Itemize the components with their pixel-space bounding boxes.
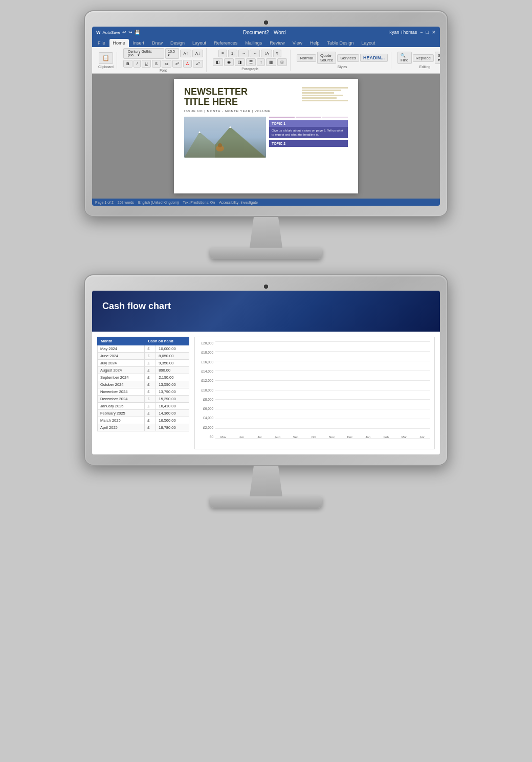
word-page[interactable]: NEWSLETTER TITLE HERE ISSUE NO | MONTH -… — [174, 79, 358, 193]
replace-button[interactable]: Replace — [413, 54, 434, 62]
style-quote[interactable]: Quote Source — [317, 52, 336, 64]
ribbon-group-styles: Normal Quote Source Services HEADIN... S… — [294, 52, 391, 69]
align-center-button[interactable]: ◉ — [224, 58, 234, 66]
styles-label: Styles — [338, 65, 347, 69]
shading-button[interactable]: ▦ — [266, 58, 276, 66]
paragraph-label: Paragraph — [241, 67, 258, 71]
underline-button[interactable]: U — [142, 60, 151, 68]
justify-button[interactable]: ☰ — [246, 58, 256, 66]
tab-references[interactable]: References — [210, 39, 241, 47]
tab-draw[interactable]: Draw — [148, 39, 166, 47]
clipboard-icons: 📋 — [99, 52, 113, 64]
chart-bar-group: Jul — [252, 434, 268, 439]
cashflow-table: Month Cash on hand May 2024£10,000.00Jun… — [97, 337, 189, 431]
monitor-screen-excel: Cash flow chart Month Cash on hand — [92, 291, 440, 454]
chart-bar-group: Jan — [360, 434, 376, 439]
save-icon[interactable]: 💾 — [135, 30, 140, 35]
font-format-icons: B I U S x₂ x² A 🖊 — [123, 60, 203, 68]
monitor-stand-base-top — [210, 248, 322, 259]
ribbon-group-clipboard: 📋 Clipboard — [95, 52, 117, 69]
tab-layout[interactable]: Layout — [189, 39, 210, 47]
monitor-stand-neck-top — [246, 217, 286, 248]
monitor-top: W AutoSave ↩ ↪ 💾 Document2 - Word Ryan T… — [84, 10, 448, 259]
close-button[interactable]: ✕ — [432, 30, 436, 35]
subscript-button[interactable]: x₂ — [162, 60, 171, 68]
ribbon-content: 📋 Clipboard Century Gothic (Bo... ▾ 10.5… — [92, 47, 440, 74]
y-label: £20,000 — [195, 341, 213, 345]
paste-button[interactable]: 📋 — [99, 52, 113, 64]
borders-button[interactable]: ⊞ — [277, 58, 287, 66]
y-label: £8,000 — [195, 398, 213, 401]
find-button[interactable]: 🔍 Find — [397, 52, 412, 64]
strikethrough-button[interactable]: S — [152, 60, 161, 68]
style-heading[interactable]: HEADIN... — [360, 54, 388, 62]
redo-icon[interactable]: ↪ — [128, 30, 132, 35]
ribbon-group-font: Century Gothic (Bo... ▾ 10.5 ▾ A↑ A↓ B I… — [120, 48, 207, 72]
topic-section: TOPIC 1 Give us a blurb about a story on… — [269, 117, 348, 158]
italic-button[interactable]: I — [134, 60, 141, 68]
tab-home[interactable]: Home — [109, 39, 129, 47]
style-services[interactable]: Services — [337, 54, 359, 62]
highlight-button[interactable]: 🖊 — [193, 60, 203, 68]
tab-view[interactable]: View — [289, 39, 306, 47]
titlebar-left: W AutoSave ↩ ↪ 💾 — [96, 30, 140, 35]
sort-button[interactable]: ↕A — [261, 50, 272, 57]
monitor-stand-base-bottom — [210, 496, 322, 508]
chart-bar-group: Mar — [396, 434, 412, 439]
titlebar-right: Ryan Thomas − □ ✕ — [388, 30, 436, 35]
word-application: W AutoSave ↩ ↪ 💾 Document2 - Word Ryan T… — [92, 27, 440, 206]
col-month: Month — [98, 337, 145, 345]
topic1-header: TOPIC 1 — [269, 120, 348, 127]
chart-bar-group: May — [215, 434, 231, 439]
superscript-button[interactable]: x² — [172, 60, 182, 68]
tab-insert[interactable]: Insert — [129, 39, 148, 47]
chart-bar-group: Dec — [342, 434, 358, 439]
topic1-text: Give us a blurb about a story on page 2.… — [269, 127, 348, 139]
topic2-header: TOPIC 2 — [269, 140, 348, 147]
tab-mailings[interactable]: Mailings — [241, 39, 265, 47]
paragraph-icons: ≡ 1. → ← ↕A ¶ — [218, 50, 281, 57]
x-label: Jun — [239, 436, 244, 439]
font-shrink-button[interactable]: A↓ — [192, 50, 203, 57]
show-formatting-button[interactable]: ¶ — [273, 50, 281, 57]
style-normal[interactable]: Normal — [297, 54, 316, 62]
y-label: £10,000 — [195, 388, 213, 392]
select-button[interactable]: Select ▾ — [435, 52, 440, 64]
text-color-button[interactable]: A — [183, 60, 192, 68]
status-text-predictions: Text Predictions: On — [183, 201, 215, 204]
numbering-button[interactable]: 1. — [228, 50, 238, 57]
align-right-button[interactable]: ◨ — [235, 58, 245, 66]
x-label: Jul — [257, 436, 261, 439]
x-label: Oct — [312, 436, 316, 439]
word-ribbon: File Home Insert Draw Design Layout Refe… — [92, 38, 440, 74]
undo-icon[interactable]: ↩ — [122, 30, 126, 35]
table-row: October 2024£13,590.00 — [98, 381, 189, 388]
editing-label: Editing — [419, 65, 430, 69]
maximize-button[interactable]: □ — [426, 30, 429, 35]
tab-design[interactable]: Design — [167, 39, 188, 47]
font-size-selector[interactable]: 10.5 ▾ — [165, 48, 179, 59]
font-grow-button[interactable]: A↑ — [180, 50, 191, 57]
tab-layout2[interactable]: Layout — [358, 39, 379, 47]
minimize-button[interactable]: − — [420, 30, 423, 35]
table-row: April 2025£18,780.00 — [98, 424, 189, 431]
y-label: £18,000 — [195, 351, 213, 354]
bullets-button[interactable]: ≡ — [218, 50, 227, 57]
newsletter-issue-line: ISSUE NO | MONTH - MONTH YEAR | VOLUME — [184, 110, 348, 113]
chart-content-area: Month Cash on hand May 2024£10,000.00Jun… — [92, 332, 440, 454]
tab-table-design[interactable]: Table Design — [324, 39, 358, 47]
tab-file[interactable]: File — [94, 39, 109, 47]
tab-help[interactable]: Help — [306, 39, 323, 47]
chart-bar-group: Jun — [233, 434, 249, 439]
line-spacing-button[interactable]: ↕ — [257, 58, 265, 66]
indent-button[interactable]: → — [238, 50, 249, 57]
outdent-button[interactable]: ← — [250, 50, 260, 57]
chart-bar-group: Sep — [287, 434, 303, 439]
x-label: Mar — [402, 436, 407, 439]
x-label: Sep — [293, 436, 299, 439]
align-left-button[interactable]: ◧ — [213, 58, 223, 66]
x-label: May — [220, 436, 226, 439]
bold-button[interactable]: B — [123, 60, 132, 68]
font-family-selector[interactable]: Century Gothic (Bo... ▾ — [123, 48, 164, 59]
tab-review[interactable]: Review — [266, 39, 289, 47]
